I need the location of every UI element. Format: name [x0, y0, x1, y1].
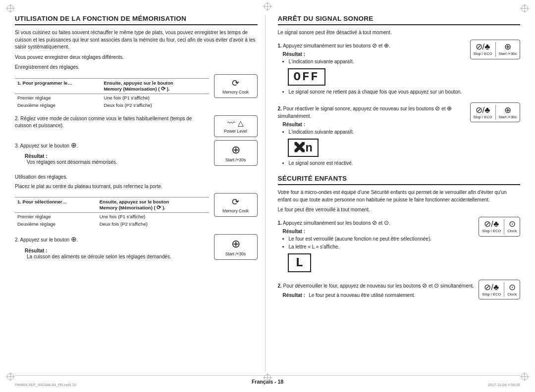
clock-label-2: Clock: [507, 292, 517, 296]
right-step2-text: 2. Pour réactiver le signal sonore, appu…: [278, 102, 466, 170]
stop-start-box-2: ⊘/♣ Stop / ECO ⊕ Start /+30s: [470, 102, 520, 122]
result2-bullets2: Le signal sonore est réactivé.: [289, 160, 466, 167]
table1-row2-col1: Deuxième réglage: [15, 101, 101, 109]
main-content: UTILISATION DE LA FONCTION DE MÉMORISATI…: [15, 15, 520, 372]
stop-eco-label-4: Stop / ECO: [482, 292, 501, 296]
result4-label: Résultat :: [283, 293, 306, 298]
l-display-container: L: [288, 252, 475, 274]
left-section-title: UTILISATION DE LA FONCTION DE MÉMORISATI…: [15, 15, 258, 25]
memory-cook-box-2: ⟳ Memory Cook: [214, 193, 258, 217]
start-label-r2: Start /+30s: [499, 115, 517, 119]
start-symbol-r2: ⊕: [499, 106, 517, 114]
step3-block: 3. Appuyez sur le bouton ⊕. Résultat : V…: [15, 140, 258, 169]
section2-para1: Votre four à micro-ondes est équipé d'un…: [278, 189, 521, 203]
start-30s-btn-1: ⊕ Start /+30s: [499, 43, 517, 56]
table1-row1-col1: Premier réglage: [15, 94, 101, 101]
table1-header2: Ensuite, appuyez sur le bouton Memory (M…: [101, 78, 209, 94]
footer-file-info: FW88S-XEF_04034A-04_FR.indd 18: [15, 383, 76, 387]
step1b-content: 1. Pour sélectionner… Ensuite, appuyez s…: [15, 193, 209, 232]
power-level-label: Power Level: [224, 129, 247, 134]
result1-bullet2: Le signal sonore ne retient pas à chaque…: [289, 89, 466, 96]
step1b-block: 1. Pour sélectionner… Ensuite, appuyez s…: [15, 193, 258, 232]
usage-para1: Placez le plat au centre du plateau tour…: [15, 183, 258, 191]
off-display: OFF: [288, 68, 325, 86]
result2-bullets: L'indication suivante apparaît.: [289, 129, 466, 136]
right-section1-title: ARRÊT DU SIGNAL SONORE: [278, 15, 521, 25]
start-label-2: Start /+30s: [225, 251, 246, 256]
right-section2-title: SÉCURITÉ ENFANTS: [278, 175, 521, 185]
clock-label-1: Clock: [507, 229, 517, 233]
result1-bullet1: L'indication suivante apparaît.: [289, 58, 466, 65]
stop-start-box-1: ⊘/♣ Stop / ECO ⊕ Start /+30s: [470, 40, 520, 59]
stop-eco-btn-3: ⊘/♣ Stop / ECO: [482, 220, 501, 233]
sec-step1-block: 1. Appuyez simultanément sur les boutons…: [278, 217, 521, 277]
section1-intro: Le signal sonore peut être désactivé à t…: [278, 29, 521, 37]
power-level-icon: 〰 △ Power Level: [214, 115, 258, 137]
result-text-2: La cuisson des aliments se déroule selon…: [27, 253, 209, 261]
right-column: ARRÊT DU SIGNAL SONORE Le signal sonore …: [275, 15, 521, 372]
sec-step2-block: 2. Pour déverrouiller le four, appuyez d…: [278, 280, 521, 302]
step2b-content: 2. Appuyez sur le bouton ⊕. Résultat : L…: [15, 234, 209, 263]
btn-divider-1: [495, 42, 496, 57]
result3-bullets: Le four est verrouillé (aucune fonction …: [289, 236, 475, 250]
right-step1-block: 1. Appuyez simultanément sur les boutons…: [278, 40, 521, 99]
registration-mark-bc: [263, 373, 272, 382]
btn-divider-2: [495, 105, 496, 120]
step2-content: 2. Réglez votre mode de cuisson comme vo…: [15, 115, 209, 130]
registration-mark-tc: [263, 2, 272, 11]
start-box-2: ⊕ Start /+30s: [214, 234, 258, 260]
step2-text: 2. Réglez votre mode de cuisson comme vo…: [15, 115, 209, 130]
stop-eco-btn-4: ⊘/♣ Stop / ECO: [482, 283, 501, 296]
section2-para2: Le four peut être verrouillé à tout mome…: [278, 206, 521, 214]
table2-row1-col1: Premier réglage: [15, 213, 97, 221]
off-display-container: OFF: [288, 67, 466, 87]
registration-mark-tl: [6, 4, 15, 13]
usage-title: Utilisation des réglages.: [15, 174, 258, 181]
btn-divider-4: [504, 282, 504, 297]
sec-step2-text: 2. Pour déverrouiller le four, appuyez d…: [278, 280, 475, 302]
start-30s-btn-2: ⊕ Start /+30s: [499, 106, 517, 119]
clock-symbol-1: ⊙: [507, 220, 517, 228]
l-display: L: [288, 253, 312, 272]
table2-row2-col2: Deux fois (P2 s'affiche): [97, 220, 209, 228]
memory-cook-label-2: Memory Cook: [222, 208, 249, 213]
table1-row1-col2: Une fois (P1 s'affiche): [101, 94, 209, 101]
clock-btn-2: ⊙ Clock: [507, 283, 517, 296]
page-container: UTILISATION DE LA FONCTION DE MÉMORISATI…: [0, 0, 535, 392]
right-step2-p: 2. Pour réactiver le signal sonore, appu…: [278, 104, 466, 120]
stop-eco-symbol-3: ⊘/♣: [482, 220, 501, 228]
power-level-box: 〰 △ Power Level: [214, 115, 258, 137]
start-box-1: ⊕ Start /+30s: [214, 140, 258, 166]
right-step2-icons: ⊘/♣ Stop / ECO ⊕ Start /+30s: [470, 102, 520, 122]
intro-paragraph: Si vous cuisinez ou faites souvent récha…: [15, 29, 258, 51]
start-label-1: Start /+30s: [225, 157, 246, 162]
registration-mark-tr: [520, 4, 529, 13]
result2-bullet1: L'indication suivante apparaît.: [289, 129, 466, 136]
step3-content: 3. Appuyez sur le bouton ⊕. Résultat : V…: [15, 140, 209, 169]
start-symbol-2: ⊕: [219, 238, 252, 250]
start-symbol-r1: ⊕: [499, 43, 517, 51]
stop-eco-btn-2: ⊘/♣ Stop / ECO: [474, 106, 492, 119]
table1-header1: 1. Pour programmer le…: [15, 78, 101, 94]
result2-label: Résultat :: [283, 122, 466, 127]
clock-symbol-2: ⊙: [507, 283, 517, 292]
step2-block: 2. Réglez votre mode de cuisson comme vo…: [15, 115, 258, 137]
clock-btn-1: ⊙ Clock: [507, 220, 517, 233]
result4-block: Résultat : Le four peut à nouveau être u…: [283, 292, 475, 299]
right-step1-icons: ⊘/♣ Stop / ECO ⊕ Start /+30s: [470, 40, 520, 59]
result1-bullets: L'indication suivante apparaît.: [289, 58, 466, 65]
memory-cook-label-1: Memory Cook: [222, 90, 249, 95]
footer-date-info: 2017-12-06 4:56:33: [488, 383, 520, 387]
step3-text: 3. Appuyez sur le bouton ⊕.: [15, 140, 209, 150]
memory-cook-box-1: ⟳ Memory Cook: [214, 74, 258, 98]
start-symbol-1: ⊕: [219, 144, 252, 156]
stop-eco-symbol-2: ⊘/♣: [474, 106, 492, 114]
on-display: 🞬n: [288, 139, 319, 157]
result-label-2: Résultat :: [25, 248, 48, 253]
step2b-block: 2. Appuyez sur le bouton ⊕. Résultat : L…: [15, 234, 258, 263]
result-block-2: Résultat : La cuisson des aliments se dé…: [25, 247, 209, 261]
step1-content: 1. Pour programmer le… Ensuite, appuyez …: [15, 74, 209, 113]
result1-label: Résultat :: [283, 51, 466, 57]
stop-eco-label-1: Stop / ECO: [474, 51, 492, 56]
sec-step1-text: 1. Appuyez simultanément sur les boutons…: [278, 217, 475, 277]
